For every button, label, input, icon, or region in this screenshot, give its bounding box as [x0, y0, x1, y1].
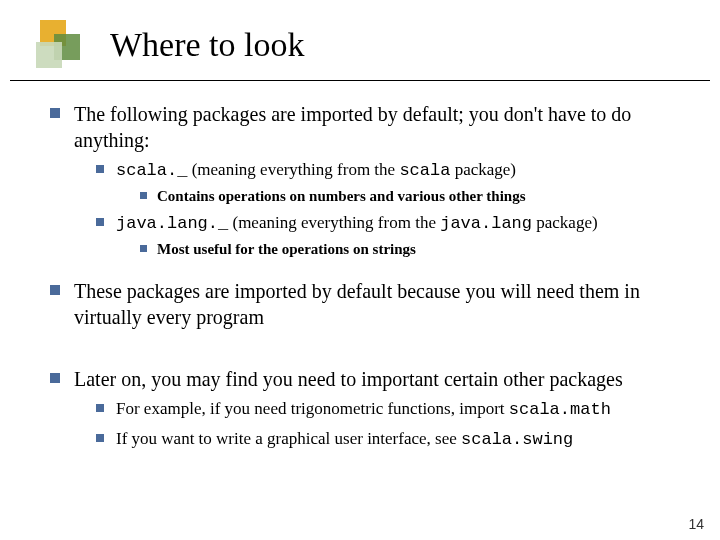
bullet-icon	[96, 165, 104, 173]
bullet-text: Contains operations on numbers and vario…	[157, 187, 526, 207]
bullet-icon	[96, 218, 104, 226]
logo-icon	[20, 20, 80, 70]
page-number: 14	[688, 516, 704, 532]
bullet-level2: If you want to write a graphical user in…	[96, 428, 690, 452]
bullet-level1: These packages are imported by default b…	[50, 278, 690, 330]
bullet-text: java.lang._ (meaning everything from the…	[116, 212, 598, 236]
slide-body: The following packages are imported by d…	[0, 101, 720, 452]
bullet-text: Most useful for the operations on string…	[157, 240, 416, 260]
slide-header: Where to look	[10, 0, 710, 81]
slide-title: Where to look	[110, 26, 305, 64]
bullet-level2: scala._ (meaning everything from the sca…	[96, 159, 690, 206]
bullet-text: The following packages are imported by d…	[74, 101, 690, 153]
bullet-icon	[96, 434, 104, 442]
bullet-text: scala._ (meaning everything from the sca…	[116, 159, 516, 183]
bullet-text: If you want to write a graphical user in…	[116, 428, 573, 452]
bullet-level1: Later on, you may find you need to impor…	[50, 366, 690, 452]
bullet-text: These packages are imported by default b…	[74, 278, 690, 330]
bullet-level1: The following packages are imported by d…	[50, 101, 690, 260]
bullet-level2: java.lang._ (meaning everything from the…	[96, 212, 690, 259]
bullet-level3: Contains operations on numbers and vario…	[140, 187, 690, 207]
bullet-icon	[50, 373, 60, 383]
bullet-icon	[96, 404, 104, 412]
bullet-text: For example, if you need trigonometric f…	[116, 398, 611, 422]
bullet-icon	[140, 245, 147, 252]
bullet-level2: For example, if you need trigonometric f…	[96, 398, 690, 422]
bullet-level3: Most useful for the operations on string…	[140, 240, 690, 260]
bullet-icon	[140, 192, 147, 199]
bullet-icon	[50, 108, 60, 118]
bullet-text: Later on, you may find you need to impor…	[74, 366, 623, 392]
bullet-icon	[50, 285, 60, 295]
